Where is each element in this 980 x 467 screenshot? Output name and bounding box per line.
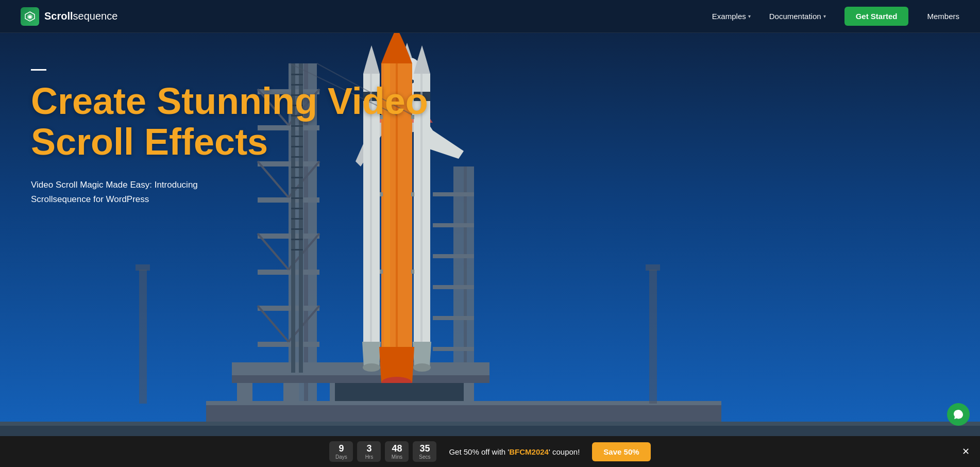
countdown-message: Get 50% off with 'BFCM2024' coupon! [449, 447, 580, 456]
svg-rect-86 [646, 264, 660, 271]
svg-rect-27 [433, 285, 474, 289]
svg-rect-83 [139, 270, 147, 404]
save-button[interactable]: Save 50% [592, 442, 650, 461]
secs-number: 35 [418, 443, 431, 455]
svg-rect-29 [433, 347, 474, 351]
svg-rect-57 [291, 249, 303, 251]
hero-section: Create Stunning Video Scroll Effects Vid… [0, 0, 980, 467]
svg-rect-25 [433, 223, 474, 227]
nav-documentation[interactable]: Documentation ▾ [769, 12, 826, 21]
logo-text: Scrollsequence [44, 10, 117, 22]
svg-rect-54 [291, 218, 303, 220]
chat-button[interactable] [947, 403, 970, 426]
svg-rect-31 [232, 375, 489, 383]
svg-rect-26 [433, 254, 474, 258]
nav-links: Examples ▾ Documentation ▾ Get Started M… [712, 7, 959, 26]
chevron-down-icon: ▾ [823, 13, 826, 19]
hero-dash [31, 69, 46, 71]
svg-rect-10 [258, 233, 319, 239]
svg-rect-56 [291, 239, 303, 240]
get-started-button[interactable]: Get Started [844, 7, 909, 26]
logo[interactable]: Scrollsequence [21, 7, 117, 26]
countdown-secs: 35 Secs [413, 441, 436, 462]
svg-point-66 [363, 363, 380, 372]
svg-rect-84 [136, 264, 150, 271]
hero-title: Create Stunning Video Scroll Effects [31, 81, 443, 162]
svg-rect-11 [258, 270, 319, 275]
svg-rect-77 [411, 270, 414, 274]
days-label: Days [334, 454, 348, 460]
svg-rect-55 [291, 228, 303, 230]
svg-rect-76 [380, 270, 383, 274]
svg-rect-13 [258, 342, 319, 347]
nav-members[interactable]: Members [927, 12, 959, 21]
coupon-code: BFCM2024 [509, 447, 549, 456]
chevron-down-icon: ▾ [748, 13, 751, 19]
logo-icon [21, 7, 39, 26]
mins-label: Mins [390, 454, 403, 460]
svg-rect-53 [291, 208, 303, 209]
svg-rect-28 [433, 316, 474, 320]
hrs-label: Hrs [362, 454, 376, 460]
secs-label: Secs [418, 454, 431, 460]
svg-point-70 [413, 363, 431, 372]
hero-content: Create Stunning Video Scroll Effects Vid… [0, 33, 980, 206]
countdown-mins: 48 Mins [385, 441, 409, 462]
svg-rect-12 [258, 306, 319, 311]
countdown-banner: 9 Days 3 Hrs 48 Mins 35 Secs Get 50% off… [0, 436, 980, 467]
svg-rect-85 [649, 270, 657, 404]
svg-rect-30 [232, 362, 489, 375]
nav-examples[interactable]: Examples ▾ [712, 12, 751, 21]
navbar: Scrollsequence Examples ▾ Documentation … [0, 0, 980, 33]
hero-subtitle: Video Scroll Magic Made Easy: Introducin… [31, 178, 227, 206]
close-banner-button[interactable]: ✕ [962, 446, 970, 457]
days-number: 9 [334, 443, 348, 455]
svg-rect-80 [335, 383, 464, 401]
countdown-hrs: 3 Hrs [357, 441, 381, 462]
countdown-units: 9 Days 3 Hrs 48 Mins 35 Secs [329, 441, 436, 462]
mins-number: 48 [390, 443, 403, 455]
countdown-days: 9 Days [329, 441, 353, 462]
svg-rect-82 [0, 422, 980, 426]
svg-rect-79 [206, 401, 721, 405]
hrs-number: 3 [362, 443, 376, 455]
